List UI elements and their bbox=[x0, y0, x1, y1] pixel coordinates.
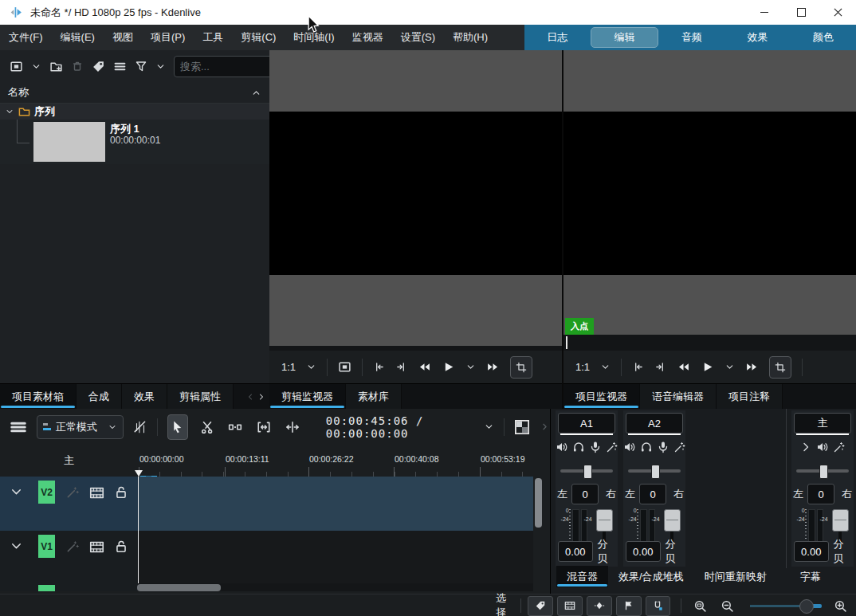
menu-help[interactable]: 帮助(H) bbox=[444, 25, 497, 50]
channel-name[interactable]: A2 bbox=[626, 413, 683, 434]
delete-button[interactable] bbox=[71, 60, 84, 73]
maximize-button[interactable] bbox=[783, 0, 819, 25]
expand-icon[interactable] bbox=[799, 441, 812, 453]
menu-monitor[interactable]: 监视器 bbox=[344, 25, 392, 50]
filter-dropdown-icon[interactable] bbox=[155, 61, 166, 72]
tab-time-remap[interactable]: 时间重新映射 bbox=[694, 566, 777, 587]
collapse-track-icon[interactable] bbox=[10, 485, 23, 499]
clip-thumbnail[interactable] bbox=[33, 122, 105, 162]
create-folder-button[interactable] bbox=[49, 60, 63, 73]
balance-slider[interactable] bbox=[560, 465, 613, 477]
timecode-dropdown-icon[interactable] bbox=[484, 422, 494, 432]
menu-project[interactable]: 项目(P) bbox=[142, 25, 194, 50]
bin-clip-row[interactable]: 序列 1 00:00:00:01 bbox=[0, 120, 269, 164]
workspace-tab-logging[interactable]: 日志 bbox=[524, 25, 590, 50]
zone-in-icon[interactable] bbox=[632, 361, 644, 373]
timeline-vertical-scrollbar[interactable] bbox=[535, 478, 542, 528]
track-v2-badge[interactable]: V2 bbox=[38, 481, 55, 504]
solo-headphones-icon[interactable] bbox=[572, 441, 585, 453]
monitor-zoom-level[interactable]: 1:1 bbox=[575, 361, 590, 373]
rewind-icon[interactable] bbox=[677, 360, 690, 374]
effects-wand-icon[interactable] bbox=[833, 441, 846, 453]
balance-value[interactable]: 0 bbox=[571, 484, 599, 504]
effects-wand-icon[interactable] bbox=[673, 441, 686, 453]
mute-icon[interactable] bbox=[623, 441, 636, 453]
project-monitor-display[interactable] bbox=[563, 112, 856, 275]
monitor-zoom-level[interactable]: 1:1 bbox=[281, 361, 296, 373]
tab-scroll-right-icon[interactable] bbox=[257, 392, 266, 402]
channel-name[interactable]: A1 bbox=[558, 413, 615, 434]
add-clip-dropdown-icon[interactable] bbox=[31, 61, 41, 72]
bin-name-column-header[interactable]: 名称 bbox=[0, 82, 269, 104]
track-v1-header[interactable]: V1 bbox=[0, 531, 138, 583]
track-v1[interactable]: V1 bbox=[0, 531, 533, 583]
timeline-ruler[interactable]: 00:00:00:00 00:00:13:11 00:00:26:22 00:0… bbox=[138, 445, 534, 477]
chevron-up-icon[interactable] bbox=[251, 88, 261, 98]
record-mic-icon[interactable] bbox=[657, 441, 669, 453]
workspace-tab-color[interactable]: 颜色 bbox=[791, 25, 856, 50]
timeline-menu-button[interactable] bbox=[10, 418, 27, 436]
forward-icon[interactable] bbox=[486, 360, 500, 374]
split-tool-button[interactable] bbox=[283, 415, 302, 439]
mute-icon[interactable] bbox=[556, 441, 568, 453]
zone-out-icon[interactable] bbox=[654, 361, 666, 373]
track-type-video-icon[interactable] bbox=[89, 485, 104, 500]
track-partial[interactable] bbox=[0, 583, 533, 591]
track-v2-header[interactable]: V2 bbox=[0, 477, 138, 531]
clip-monitor-display[interactable] bbox=[269, 112, 562, 275]
close-button[interactable] bbox=[819, 0, 856, 25]
timeline-horizontal-scrollbar[interactable] bbox=[137, 584, 221, 591]
show-tags-button[interactable] bbox=[528, 596, 553, 616]
play-dropdown-icon[interactable] bbox=[465, 362, 476, 372]
monitor-playhead[interactable] bbox=[566, 336, 567, 349]
balance-slider[interactable] bbox=[796, 465, 849, 477]
zone-out-icon[interactable] bbox=[395, 361, 407, 373]
track-lock-icon[interactable] bbox=[114, 539, 128, 554]
zone-in-icon[interactable] bbox=[373, 361, 385, 373]
menu-view[interactable]: 视图 bbox=[104, 25, 142, 50]
zoom-out-button[interactable] bbox=[716, 597, 740, 615]
zoom-slider-handle[interactable] bbox=[799, 599, 814, 614]
tab-mixer[interactable]: 混音器 bbox=[556, 566, 608, 587]
snap-magnet-button[interactable] bbox=[646, 596, 671, 616]
forward-icon[interactable] bbox=[745, 360, 759, 374]
zoom-dropdown-icon[interactable] bbox=[306, 362, 316, 372]
spacer-tool-button[interactable] bbox=[226, 415, 245, 439]
tab-effects[interactable]: 效果 bbox=[122, 384, 167, 409]
zoom-dropdown-icon[interactable] bbox=[600, 362, 611, 372]
rewind-icon[interactable] bbox=[418, 360, 431, 374]
collapse-track-icon[interactable] bbox=[10, 539, 23, 553]
project-monitor-ruler[interactable] bbox=[563, 335, 856, 351]
tab-library[interactable]: 素材库 bbox=[346, 384, 402, 409]
tab-project-bin[interactable]: 项目素材箱 bbox=[0, 384, 77, 409]
balance-value[interactable]: 0 bbox=[639, 484, 666, 504]
timeline-zoom-slider[interactable] bbox=[750, 598, 822, 613]
tag-button[interactable] bbox=[92, 60, 105, 73]
insert-zone-button[interactable] bbox=[254, 415, 273, 439]
tab-subtitles[interactable]: 字幕 bbox=[790, 566, 831, 587]
show-keyframes-button[interactable] bbox=[587, 596, 612, 616]
zone-mode-button[interactable] bbox=[769, 356, 791, 379]
menu-settings[interactable]: 设置(S) bbox=[392, 25, 444, 50]
track-v1-lane[interactable] bbox=[138, 531, 533, 583]
solo-headphones-icon[interactable] bbox=[640, 441, 653, 453]
play-icon[interactable] bbox=[701, 360, 714, 374]
tab-effect-stack[interactable]: 效果/合成堆栈 bbox=[608, 566, 694, 587]
menu-tools[interactable]: 工具 bbox=[194, 25, 232, 50]
balance-slider[interactable] bbox=[628, 465, 681, 477]
zoom-in-button[interactable] bbox=[828, 597, 852, 615]
track-partial-header[interactable] bbox=[0, 583, 138, 591]
tab-clip-monitor[interactable]: 剪辑监视器 bbox=[269, 384, 346, 409]
add-clip-button[interactable] bbox=[10, 60, 23, 73]
selection-tool-button[interactable] bbox=[167, 414, 188, 440]
record-mic-icon[interactable] bbox=[589, 441, 602, 453]
zoom-fit-button[interactable] bbox=[688, 597, 712, 615]
menu-clip[interactable]: 剪辑(C) bbox=[232, 25, 285, 50]
track-v2-lane[interactable] bbox=[138, 477, 533, 531]
play-dropdown-icon[interactable] bbox=[724, 362, 735, 372]
menu-file[interactable]: 文件(F) bbox=[0, 25, 52, 50]
track-v1-badge[interactable]: V1 bbox=[38, 535, 55, 558]
workspace-tab-editing[interactable]: 编辑 bbox=[591, 27, 658, 48]
tab-project-monitor[interactable]: 项目监视器 bbox=[563, 384, 640, 409]
chevron-down-icon[interactable] bbox=[5, 107, 14, 116]
